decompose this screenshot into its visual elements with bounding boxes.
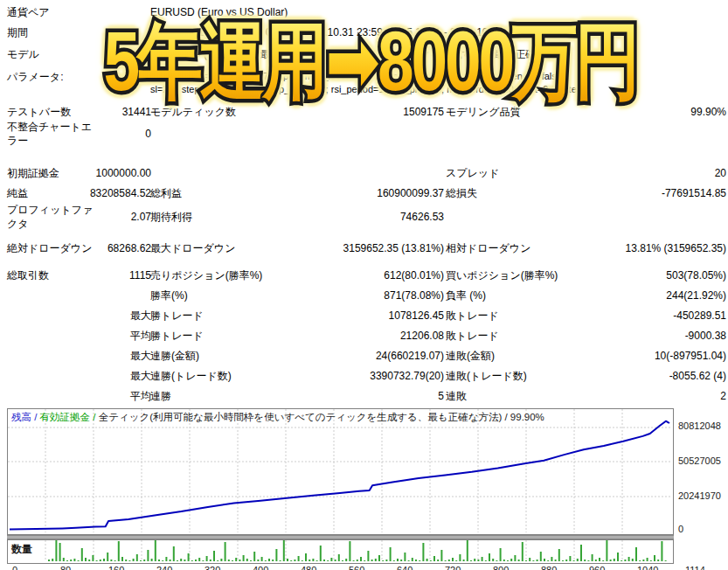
report-row-drawdown: 絶対ドローダウン 68268.62 最大ドローダウン 3159652.35 (1… bbox=[7, 241, 726, 259]
row-qualifier: 平均 bbox=[42, 389, 151, 403]
netprofit-value: 83208584.52 bbox=[42, 186, 151, 200]
y-axis-tick: 80812048 bbox=[678, 421, 721, 431]
row-label: パラメータ: bbox=[7, 70, 94, 84]
legend-model: 全ティック(利用可能な最小時間枠を使いすべてのティックを生成する、最も正確な方法… bbox=[99, 412, 503, 422]
x-axis-tick: 560 bbox=[349, 565, 364, 570]
balance-chart-canvas bbox=[8, 409, 671, 532]
consecloss-money: 10(-897951.04) bbox=[586, 349, 726, 363]
row-label: 期待利得 bbox=[150, 210, 192, 224]
report-row-profitfactor: プロフィットファクタ 2.07 期待利得 74626.53 bbox=[7, 203, 726, 233]
volume-canvas bbox=[8, 540, 671, 561]
profitfactor-value: 2.07 bbox=[42, 210, 151, 224]
row-qualifier: 最大 bbox=[42, 369, 151, 383]
row-label: 敗トレード bbox=[446, 329, 499, 343]
row-label: 通貨ペア bbox=[7, 5, 94, 19]
short-value: 612(80.01%) bbox=[287, 268, 444, 282]
row-qualifier: 最大 bbox=[42, 309, 151, 323]
reldd-value: 13.81% (3159652.35) bbox=[586, 241, 726, 255]
x-axis-tick: 400 bbox=[253, 565, 268, 570]
legend-separator: / bbox=[31, 412, 40, 422]
x-axis-tick: 0 bbox=[12, 565, 17, 570]
x-axis-tick: 720 bbox=[445, 565, 461, 570]
row-qualifier: 平均 bbox=[42, 329, 151, 343]
row-label: 勝トレード bbox=[150, 329, 204, 343]
legend-equity: 有効証拠金 bbox=[40, 412, 91, 422]
grossprofit-value: 160900099.37 bbox=[287, 186, 444, 200]
losses-value: 244(21.92%) bbox=[586, 288, 726, 302]
spread-value: 20 bbox=[586, 166, 726, 180]
expectedpayoff-value: 74626.53 bbox=[287, 210, 444, 224]
x-axis-tick: 480 bbox=[301, 565, 316, 570]
chart-legend: 残高 / 有効証拠金 / 全ティック(利用可能な最小時間枠を使いすべてのティック… bbox=[11, 411, 544, 424]
strategy-tester-report: 通貨ペア EURUSD (Euro vs US Dollar) 期間 1時間足(… bbox=[0, 0, 728, 570]
row-label: 連勝(トレード数) bbox=[150, 369, 232, 383]
report-row-netprofit: 純益 83208584.52 総利益 160900099.37 総損失 -776… bbox=[7, 186, 726, 204]
row-label: 総利益 bbox=[150, 186, 182, 200]
row-label: 期間 bbox=[7, 25, 94, 39]
absdd-value: 68268.62 bbox=[42, 241, 151, 255]
x-axis-tick: 160 bbox=[108, 565, 124, 570]
consecloss-count: -8055.62 (4) bbox=[586, 369, 726, 383]
row-label: 勝率(%) bbox=[150, 288, 188, 302]
y-axis-tick: 50527005 bbox=[678, 455, 721, 466]
balance-chart: 残高 / 有効証拠金 / 全ティック(利用可能な最小時間枠を使いすべてのティック… bbox=[7, 408, 674, 535]
report-row-consec-count: 最大 連勝(トレード数) 3390732.79(20) 連敗(トレード数) -8… bbox=[7, 369, 726, 386]
row-label: 勝トレード bbox=[150, 309, 204, 323]
deposit-value: 1000000.00 bbox=[42, 166, 151, 180]
row-label: スプレッド bbox=[446, 166, 499, 180]
x-axis-tick: 1114 bbox=[685, 565, 705, 570]
y-axis-tick: 20241970 bbox=[678, 490, 721, 501]
y-axis-tick: 0 bbox=[678, 524, 683, 534]
totaltrades-value: 1115 bbox=[42, 268, 151, 282]
row-label: モデル bbox=[7, 47, 94, 61]
report-row-mismatch: 不整合チャートエラー 0 bbox=[7, 120, 726, 149]
x-axis-tick: 880 bbox=[541, 565, 557, 570]
report-row-largest: 最大 勝トレード 1078126.45 敗トレード -450289.51 bbox=[7, 309, 726, 326]
avgloss-value: -9000.38 bbox=[586, 329, 726, 343]
consecwins-count: 3390732.79(20) bbox=[287, 369, 444, 383]
largestwin-value: 1078126.45 bbox=[287, 309, 444, 323]
x-axis-tick: 80 bbox=[60, 565, 71, 570]
report-row-trades: 総取引数 1115 売りポジション(勝率%) 612(80.01%) 買いポジシ… bbox=[7, 268, 726, 286]
row-label: 連勝 bbox=[150, 389, 171, 403]
report-row-average: 平均 勝トレード 21206.08 敗トレード -9000.38 bbox=[7, 329, 726, 346]
volume-chart: 数量 bbox=[7, 539, 674, 564]
row-label: 敗トレード bbox=[446, 309, 499, 323]
row-qualifier: 最大 bbox=[42, 349, 151, 363]
legend-balance: 残高 bbox=[11, 412, 31, 422]
consecwins-money: 24(660219.07) bbox=[287, 349, 444, 363]
x-axis-tick: 800 bbox=[493, 565, 509, 570]
row-label: 連勝(金額) bbox=[150, 349, 199, 363]
maxdd-value: 3159652.35 (13.81%) bbox=[287, 241, 444, 255]
legend-quality: 99.90% bbox=[510, 412, 544, 422]
row-label: 買いポジション(勝率%) bbox=[446, 268, 558, 282]
x-axis-tick: 240 bbox=[156, 565, 172, 570]
report-row-deposit: 初期証拠金 1000000.00 スプレッド 20 bbox=[7, 166, 726, 184]
x-axis-tick: 640 bbox=[397, 565, 413, 570]
promo-banner: 5年運用➡8000万円 5年運用➡8000万円 bbox=[103, 19, 637, 103]
row-label: 売りポジション(勝率%) bbox=[150, 268, 262, 282]
largestloss-value: -450289.51 bbox=[586, 309, 726, 323]
wins-value: 871(78.08%) bbox=[287, 288, 444, 302]
row-label: 総損失 bbox=[446, 186, 477, 200]
x-axis-tick: 320 bbox=[205, 565, 220, 570]
avgwin-value: 21206.08 bbox=[287, 329, 444, 343]
legend-separator: / bbox=[90, 412, 99, 422]
row-label: 相対ドローダウン bbox=[446, 241, 530, 255]
row-label: 負率 (%) bbox=[446, 288, 486, 302]
banner-text: 5年運用➡8000万円 bbox=[103, 14, 637, 108]
row-label: 連敗(金額) bbox=[446, 349, 495, 363]
volume-label: 数量 bbox=[11, 542, 32, 557]
avgconsecloss-value: 2 bbox=[586, 389, 726, 403]
long-value: 503(78.05%) bbox=[586, 268, 726, 282]
report-row-winrate: 勝率(%) 871(78.08%) 負率 (%) 244(21.92%) bbox=[7, 288, 726, 306]
report-row-consec-money: 最大 連勝(金額) 24(660219.07) 連敗(金額) 10(-89795… bbox=[7, 349, 726, 366]
legend-separator: / bbox=[502, 412, 510, 422]
report-row-avg-consec: 平均 連勝 5 連敗 2 bbox=[7, 389, 726, 407]
row-label: 連敗(トレード数) bbox=[446, 369, 527, 383]
mismatch-value: 0 bbox=[42, 127, 151, 141]
row-label: 連敗 bbox=[446, 389, 467, 403]
grossloss-value: -77691514.85 bbox=[586, 186, 726, 200]
avgconsecwins-value: 5 bbox=[287, 389, 444, 403]
row-label: 最大ドローダウン bbox=[150, 241, 235, 255]
